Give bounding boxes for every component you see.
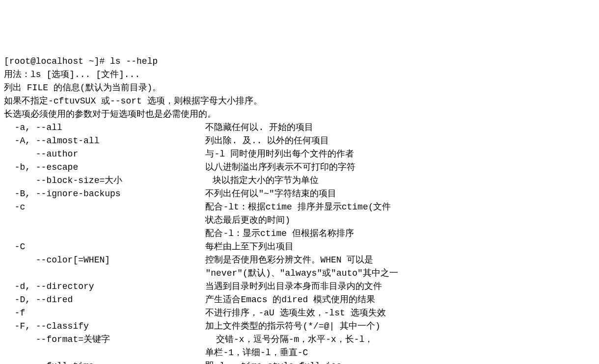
option-row: -C 每栏由上至下列出项目 [4,240,595,254]
terminal-output: [root@localhost ~]# ls --help用法：ls [选项].… [4,55,595,364]
option-row: 状态最后更改的时间) [4,214,595,227]
option-row: -b, --escape 以八进制溢出序列表示不可打印的字符 [4,161,595,174]
option-row: -A, --almost-all 列出除. 及.. 以外的任何项目 [4,134,595,148]
option-row: --full-time 即-l --time-style=full-iso [4,360,595,364]
option-row: --block-size=大小 块以指定大小的字节为单位 [4,174,595,187]
option-row: 配合-l：显示ctime 但根据名称排序 [4,227,595,240]
description-line-2: 如果不指定-cftuvSUX 或--sort 选项，则根据字母大小排序。 [4,95,595,108]
prompt-line: [root@localhost ~]# ls --help [4,55,595,68]
option-row: 单栏-1，详细-l，垂直-C [4,346,595,360]
option-row: -D, --dired 产生适合Emacs 的dired 模式使用的结果 [4,293,595,307]
option-row: -d, --directory 当遇到目录时列出目录本身而非目录内的文件 [4,280,595,293]
option-row: -c 配合-lt：根据ctime 排序并显示ctime(文件 [4,201,595,214]
option-row: -a, --all 不隐藏任何以. 开始的项目 [4,121,595,134]
description-line-3: 长选项必须使用的参数对于短选项时也是必需使用的。 [4,108,595,121]
option-row: -f 不进行排序，-aU 选项生效，-lst 选项失效 [4,307,595,320]
description-line-1: 列出 FILE 的信息(默认为当前目录)。 [4,81,595,95]
options-list: -a, --all 不隐藏任何以. 开始的项目 -A, --almost-all… [4,121,595,364]
option-row: --color[=WHEN] 控制是否使用色彩分辨文件。WHEN 可以是 [4,254,595,267]
option-row: "never"(默认)、"always"或"auto"其中之一 [4,267,595,280]
shell-prompt: [root@localhost ~]# [4,56,110,66]
option-row: -B, --ignore-backups 不列出任何以"~"字符结束的项目 [4,187,595,201]
option-row: -F, --classify 加上文件类型的指示符号(*/=@| 其中一个) [4,320,595,333]
option-row: --author 与-l 同时使用时列出每个文件的作者 [4,148,595,161]
option-row: --format=关键字 交错-x，逗号分隔-m，水平-x，长-l， [4,333,595,346]
usage-line: 用法：ls [选项]... [文件]... [4,68,595,81]
command-text: ls --help [110,56,158,66]
